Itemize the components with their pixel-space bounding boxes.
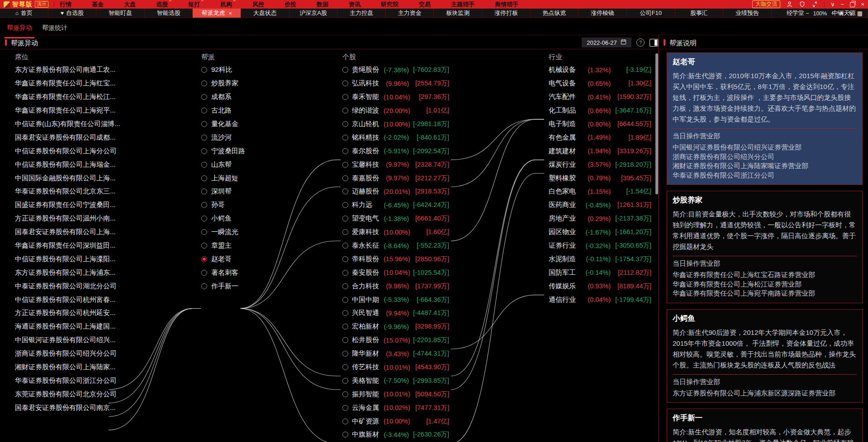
menu-item[interactable]: 机构: [220, 0, 232, 9]
faction-row[interactable]: 量化基金: [201, 118, 245, 131]
seat-row[interactable]: 东方证券股份有限公司上海浦东...: [15, 266, 155, 279]
faction-radio[interactable]: [201, 188, 207, 194]
menu-item[interactable]: 短打: [188, 0, 200, 9]
stock-row[interactable]: 贵绳股份 (-7.38%) [-7602.83万]: [342, 63, 449, 77]
tab[interactable]: 板块监测: [434, 9, 482, 18]
menu-item[interactable]: 风控: [252, 0, 264, 9]
industry-row[interactable]: 汽车配件 (0.41%) [1590.32万]: [549, 90, 651, 104]
stock-row[interactable]: 宏柏新材 (-9.96%) [3298.99万]: [342, 320, 449, 334]
chat-button[interactable]: 大咖交流: [752, 0, 780, 8]
faction-row[interactable]: 宁波桑田路: [201, 144, 245, 158]
industry-row[interactable]: 煤炭行业 (3.57%) [-2918.20万]: [549, 158, 651, 171]
stock-row[interactable]: 松井股份 (15.07%) [-2201.85万]: [342, 334, 449, 347]
industry-row[interactable]: 国防军工 (-0.14%) [2112.82万]: [549, 266, 651, 279]
seat-row[interactable]: 中国银河证券股份有限公司绍兴...: [15, 334, 155, 347]
tab[interactable]: 股事汇: [675, 9, 724, 18]
stock-row[interactable]: 中旗新材 (-3.44%) [-2630.26万]: [342, 428, 449, 442]
minimize-button[interactable]: −: [841, 1, 844, 8]
industry-row[interactable]: 证券行业 (-0.32%) [-3050.65万]: [549, 239, 651, 253]
faction-row[interactable]: 深圳帮: [201, 185, 245, 198]
stock-row[interactable]: 美格智能 (-7.50%) [-2993.85万]: [342, 374, 449, 387]
stock-radio[interactable]: [342, 243, 348, 249]
tab[interactable]: 大盘状态: [241, 9, 289, 18]
seat-row[interactable]: 浙商证券股份有限公司绍兴分公司: [15, 347, 155, 361]
collapse-window-icon[interactable]: [811, 1, 818, 8]
stock-radio[interactable]: [342, 216, 348, 221]
seat-row[interactable]: 中信证券股份有限公司上海瑞金...: [15, 158, 155, 171]
industry-row[interactable]: 水泥制造 (-0.11%) [-1754.37万]: [549, 252, 651, 266]
stock-radio[interactable]: [342, 270, 348, 276]
stock-row[interactable]: 云海金属 (10.02%) [7477.31万]: [342, 401, 449, 414]
faction-radio[interactable]: [201, 121, 207, 127]
faction-radio[interactable]: [201, 270, 207, 276]
tab[interactable]: 涨停打板: [482, 9, 531, 18]
stock-radio[interactable]: [342, 418, 348, 424]
seat-row[interactable]: 东莞证券股份有限公司北京分公司: [15, 387, 155, 401]
menu-item[interactable]: 价投: [285, 0, 296, 9]
menu-item[interactable]: 交易: [419, 0, 431, 9]
stock-row[interactable]: 爱康科技 (10.00%) [1.60亿]: [342, 226, 449, 239]
faction-radio[interactable]: [201, 94, 207, 100]
industry-row[interactable]: 化工制品 (0.66%) [-3647.16万]: [549, 104, 651, 118]
industry-row[interactable]: 传媒娱乐 (0.93%) [8189.44万]: [549, 279, 651, 293]
seat-row[interactable]: 国泰君安证券股份有限公司南京...: [15, 401, 155, 414]
stock-radio[interactable]: [342, 121, 348, 127]
faction-row[interactable]: 章盟主: [201, 239, 245, 253]
stock-radio[interactable]: [342, 94, 348, 100]
faction-row[interactable]: 小鳄鱼: [201, 212, 245, 226]
faction-radio[interactable]: [201, 243, 207, 249]
stock-radio[interactable]: [342, 337, 348, 343]
industry-row[interactable]: 通信行业 (0.04%) [-1799.44万]: [549, 293, 651, 306]
stock-row[interactable]: 科力远 (-6.45%) [-6424.24万]: [342, 198, 449, 212]
faction-radio[interactable]: [201, 80, 207, 86]
tab[interactable]: 智能盯盘: [96, 9, 145, 18]
faction-row[interactable]: 一瞬流光: [201, 226, 245, 239]
stock-radio[interactable]: [342, 229, 348, 235]
stock-row[interactable]: 绿的谐波 (20.00%) [1.01亿]: [342, 104, 449, 118]
seat-row[interactable]: 国泰君安证券股份有限公司上海...: [15, 226, 155, 239]
faction-card[interactable]: 赵老哥 简介:新生代游资，2010年10万本金入市，2015年融资加杠杠买入中国…: [667, 52, 863, 185]
seat-row[interactable]: 中信证券股份有限公司上海溧阳...: [15, 252, 155, 266]
stock-radio[interactable]: [342, 175, 348, 181]
seat-row[interactable]: 方正证券股份有限公司温州小南...: [15, 212, 155, 226]
edit-pencil-icon[interactable]: ✎: [848, 10, 853, 17]
faction-card[interactable]: 小鳄鱼 简介:新生代90后游资，2012年大学期间本金10万元入市， 2015年…: [667, 309, 863, 403]
faction-row[interactable]: 赵老哥: [201, 252, 245, 266]
faction-row[interactable]: 著名刺客: [201, 266, 245, 279]
stock-row[interactable]: 弘讯科技 (9.96%) [2554.79万]: [342, 77, 449, 90]
faction-row[interactable]: 上海超短: [201, 171, 245, 185]
faction-radio[interactable]: [201, 256, 207, 262]
stock-radio[interactable]: [342, 378, 348, 384]
industry-row[interactable]: 建筑建材 (1.94%) [3319.26万]: [549, 144, 651, 158]
seat-row[interactable]: 中信证券股份有限公司上海分公司: [15, 144, 155, 158]
menu-item[interactable]: 舆情猎手: [495, 0, 518, 9]
faction-radio[interactable]: [201, 162, 207, 168]
layout-grid-icon[interactable]: ▦: [857, 10, 863, 17]
seat-row[interactable]: 华鑫证券有限责任公司上海松江...: [15, 90, 155, 104]
industry-row[interactable]: 电子制造 (0.80%) [6644.55万]: [549, 118, 651, 131]
stock-radio[interactable]: [342, 256, 348, 262]
panel-toggle-icon[interactable]: [650, 39, 658, 47]
tab[interactable]: 公司F10: [627, 9, 675, 18]
industry-row[interactable]: 房地产业 (0.29%) [-2137.38万]: [549, 212, 651, 226]
close-button[interactable]: ×: [861, 1, 864, 8]
tab[interactable]: 沪深京A股: [289, 9, 338, 18]
industry-row[interactable]: 机械设备 (1.32%) [-3.19亿]: [549, 63, 651, 77]
seat-row[interactable]: 中信证券(山东)有限责任公司淄博...: [15, 118, 155, 131]
stock-row[interactable]: 铭科精技 (-2.02%) [-840.61万]: [342, 131, 449, 144]
faction-row[interactable]: 92科比: [201, 63, 245, 77]
seat-row[interactable]: 海通证券股份有限公司上海建国...: [15, 320, 155, 334]
faction-row[interactable]: 古北路: [201, 104, 245, 118]
faction-radio[interactable]: [201, 216, 207, 221]
stock-radio[interactable]: [342, 283, 348, 289]
stock-row[interactable]: 中矿资源 (10.00%) [1.47亿]: [342, 414, 449, 428]
menu-item[interactable]: 选股: [156, 0, 168, 9]
faction-radio[interactable]: [201, 229, 207, 235]
stock-radio[interactable]: [342, 324, 348, 329]
stock-radio[interactable]: [342, 108, 348, 113]
seat-row[interactable]: 华鑫证券有限责任公司深圳益田...: [15, 239, 155, 253]
seat-row[interactable]: 华鑫证券有限责任公司上海红宝...: [15, 77, 155, 90]
stock-radio[interactable]: [342, 67, 348, 73]
restore-button[interactable]: [850, 2, 855, 7]
stock-row[interactable]: 泰禾智能 (10.04%) [297.36万]: [342, 90, 449, 104]
